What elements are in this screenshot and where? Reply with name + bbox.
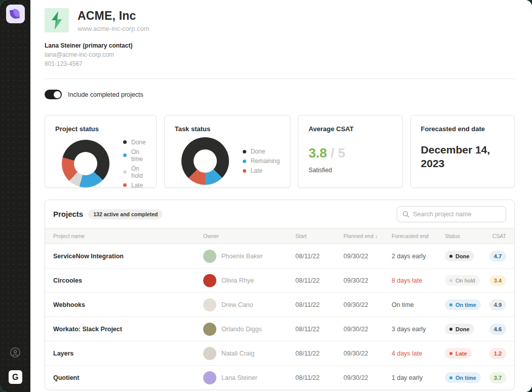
status-label: Done xyxy=(455,326,470,332)
column-header-owner[interactable]: Owner xyxy=(203,233,295,239)
projects-title: Projects xyxy=(53,210,83,218)
legend-label: Done xyxy=(131,139,146,146)
avatar xyxy=(203,371,216,384)
legend-dot-icon xyxy=(243,150,246,153)
header-divider xyxy=(45,79,515,79)
table-row[interactable]: Quotient Lana Steiner 08/11/22 09/30/22 … xyxy=(45,365,514,389)
csat-badge: 3.7 xyxy=(489,372,506,383)
csat-score: 3.8 xyxy=(309,145,327,161)
help-user-icon[interactable] xyxy=(10,347,21,358)
status-dot-icon xyxy=(449,255,452,258)
search-input[interactable] xyxy=(413,211,501,218)
company-logo xyxy=(45,8,69,32)
column-header-forecasted-end[interactable]: Forecasted end xyxy=(392,233,445,239)
status-cell: On time xyxy=(445,372,488,383)
owner-name: Drew Cano xyxy=(221,301,253,308)
project-status-donut-chart xyxy=(62,140,109,187)
status-badge: On hold xyxy=(445,275,480,286)
project-name-cell: Workato: Slack Project xyxy=(53,326,203,333)
sort-descending-icon: ↓ xyxy=(375,233,378,239)
avatar xyxy=(203,323,216,336)
status-label: On hold xyxy=(455,278,475,284)
planned-end-cell: 09/30/22 xyxy=(344,326,392,333)
card-title: Average CSAT xyxy=(309,125,392,133)
start-date-cell: 08/11/22 xyxy=(295,326,344,333)
status-cell: Done xyxy=(445,251,488,261)
projects-panel-header: Projects 132 active and completed xyxy=(45,200,514,228)
contact-name: Lana Steiner (primary contact) xyxy=(45,42,515,49)
avatar xyxy=(203,250,216,263)
table-row[interactable]: Workato: Slack Project Orlando Diggs 08/… xyxy=(45,317,514,341)
table-row[interactable]: Layers Natali Craig 08/11/22 09/30/22 4 … xyxy=(45,341,514,365)
owner-cell: Orlando Diggs xyxy=(203,323,295,336)
average-csat-card: Average CSAT 3.8 / 5 Satisfied xyxy=(298,115,402,188)
column-header-project-name[interactable]: Project name xyxy=(53,233,203,239)
column-header-planned-end[interactable]: Planned end↓ xyxy=(344,233,392,239)
planned-end-cell: 09/30/22 xyxy=(344,350,392,357)
csat-cell: 3.4 xyxy=(488,275,506,286)
legend-label: Late xyxy=(131,182,143,189)
status-dot-icon xyxy=(449,279,452,282)
table-header-row: Project name Owner Start Planned end↓ Fo… xyxy=(45,228,514,244)
toggle-knob xyxy=(54,91,61,98)
csat-cell: 1.2 xyxy=(488,348,506,359)
project-status-chart-row: DoneOn timeOn holdLate xyxy=(55,137,146,190)
legend-item: Done xyxy=(123,137,146,147)
task-status-legend: DoneRemainingLate xyxy=(243,147,280,176)
owner-cell: Drew Cano xyxy=(203,298,295,311)
include-completed-toggle[interactable] xyxy=(45,90,62,99)
column-header-start[interactable]: Start xyxy=(295,233,344,239)
owner-cell: Lana Steiner xyxy=(203,371,295,384)
toggle-label: Include completed projects xyxy=(68,91,143,98)
status-badge: Late xyxy=(445,348,472,359)
status-label: On time xyxy=(455,302,476,308)
column-header-status[interactable]: Status xyxy=(445,233,488,239)
column-header-csat[interactable]: CSAT xyxy=(488,233,506,239)
project-name-cell: Layers xyxy=(53,350,203,357)
legend-item: On time xyxy=(123,147,146,164)
company-head-text: ACME, Inc www.acme-inc-corp.com xyxy=(78,8,149,32)
contact-phone: 801-123-4567 xyxy=(45,60,515,67)
project-name-cell: Quotient xyxy=(53,374,203,381)
app-logo-button[interactable] xyxy=(6,5,25,23)
forecasted-end-cell: 4 days late xyxy=(392,350,445,357)
g-logo[interactable]: G xyxy=(9,370,22,384)
legend-item: Late xyxy=(243,166,280,176)
sidebar-bottom-group: G xyxy=(0,347,30,384)
legend-label: Late xyxy=(251,167,262,174)
status-cell: Late xyxy=(445,348,488,359)
planned-end-cell: 09/30/22 xyxy=(344,374,392,381)
avatar xyxy=(203,347,216,360)
csat-cell: 4.7 xyxy=(488,251,506,262)
legend-dot-icon xyxy=(123,140,127,144)
csat-score-row: 3.8 / 5 xyxy=(309,145,392,161)
owner-name: Orlando Diggs xyxy=(221,326,262,333)
status-dot-icon xyxy=(449,376,452,379)
csat-caption: Satisfied xyxy=(309,167,392,174)
task-status-card: Task status DoneRemainingLate xyxy=(164,115,290,188)
table-row[interactable]: Webhooks Drew Cano 08/11/22 09/30/22 On … xyxy=(45,292,514,317)
legend-dot-icon xyxy=(123,170,127,174)
legend-label: Done xyxy=(251,148,265,155)
csat-badge: 1.2 xyxy=(489,348,506,359)
stat-cards-row: Project status DoneOn timeOn holdLate Ta… xyxy=(45,115,515,188)
status-badge: Done xyxy=(445,251,474,261)
legend-item: Done xyxy=(243,147,280,156)
legend-dot-icon xyxy=(243,160,246,163)
csat-cell: 4.6 xyxy=(488,324,506,335)
status-dot-icon xyxy=(449,352,452,355)
csat-badge: 4.6 xyxy=(489,324,506,335)
project-status-legend: DoneOn timeOn holdLate xyxy=(123,137,146,190)
company-website: www.acme-inc-corp.com xyxy=(78,25,149,32)
task-status-donut-chart xyxy=(181,137,229,185)
csat-cell: 3.7 xyxy=(488,372,506,383)
csat-max: 5 xyxy=(338,145,345,161)
table-row[interactable]: Circooles Olivia Rhye 08/11/22 09/30/22 … xyxy=(45,268,514,292)
status-badge: On time xyxy=(445,299,481,310)
company-header: ACME, Inc www.acme-inc-corp.com xyxy=(45,8,515,32)
table-row[interactable]: ServiceNow Integration Phoenix Baker 08/… xyxy=(45,244,514,268)
status-badge: Done xyxy=(445,324,474,334)
projects-count-badge: 132 active and completed xyxy=(88,209,163,219)
project-search-box[interactable] xyxy=(397,206,506,222)
planned-end-cell: 09/30/22 xyxy=(344,301,392,308)
